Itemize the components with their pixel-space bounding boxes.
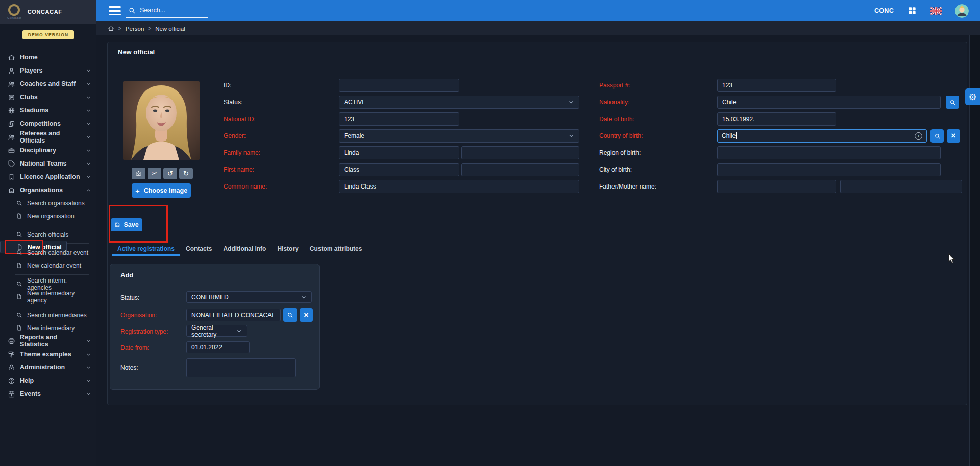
sidebar-item-help[interactable]: Help bbox=[0, 374, 96, 387]
first-name-input[interactable] bbox=[339, 163, 459, 176]
sidebar-item-disciplinary[interactable]: Disciplinary bbox=[0, 144, 96, 157]
camera-icon bbox=[135, 170, 142, 177]
nationality-label: Nationality: bbox=[599, 96, 629, 109]
home-icon[interactable] bbox=[108, 25, 114, 32]
sidebar-item-administration[interactable]: Administration bbox=[0, 361, 96, 374]
gender-label: Gender: bbox=[224, 129, 246, 143]
mother-name-input[interactable] bbox=[840, 180, 962, 193]
country-of-birth-label: Country of birth: bbox=[599, 129, 643, 143]
chevron-down-icon bbox=[86, 148, 91, 153]
choose-image-button[interactable]: + Choose image bbox=[132, 183, 191, 198]
passport-input[interactable] bbox=[717, 79, 836, 92]
sidebar-item-coaches-and-staff[interactable]: Coaches and Staff bbox=[0, 77, 96, 90]
language-flag-icon[interactable] bbox=[930, 7, 942, 15]
tab-active-registrations[interactable]: Active registrations bbox=[112, 245, 180, 256]
sidebar-item-clubs[interactable]: Clubs bbox=[0, 90, 96, 104]
chevron-down-icon bbox=[86, 108, 91, 113]
gender-select[interactable]: Female bbox=[339, 129, 579, 143]
user-avatar[interactable] bbox=[955, 4, 969, 18]
organisation-icon bbox=[8, 187, 15, 194]
country-of-birth-input[interactable]: Chile i bbox=[717, 129, 927, 143]
father-name-input[interactable] bbox=[717, 180, 836, 193]
common-name-label: Common name: bbox=[224, 180, 267, 193]
divider bbox=[15, 225, 89, 225]
sidebar-item-new-calendar-event[interactable]: New calendar event bbox=[0, 259, 96, 272]
sidebar-item-referees-and-officials[interactable]: Referees and Officials bbox=[0, 130, 96, 144]
sidebar-item-licence-application[interactable]: Licence Application bbox=[0, 170, 96, 183]
sidebar-item-new-intermediary[interactable]: New intermediary bbox=[0, 321, 96, 334]
sidebar-item-label: Coaches and Staff bbox=[20, 80, 76, 87]
registration-type-select[interactable]: General secretary bbox=[186, 325, 247, 337]
sidebar-item-new-intermediary-agency[interactable]: New intermediary agency bbox=[0, 290, 96, 303]
status-select[interactable]: ACTIVE bbox=[339, 96, 579, 109]
sidebar-item-label: Search officials bbox=[27, 231, 68, 238]
sidebar-item-new-organisation[interactable]: New organisation bbox=[0, 209, 96, 222]
topbar: CONC bbox=[96, 0, 980, 21]
save-button[interactable]: Save bbox=[111, 218, 142, 231]
country-of-birth-lookup-button[interactable] bbox=[930, 129, 944, 143]
sidebar-item-home[interactable]: Home bbox=[0, 51, 96, 64]
gender-value: Female bbox=[344, 132, 364, 139]
rotate-left-button[interactable]: ↺ bbox=[163, 168, 177, 179]
rotate-right-button[interactable]: ↻ bbox=[179, 168, 193, 179]
sidebar-item-label: Clubs bbox=[20, 94, 38, 101]
breadcrumb-person[interactable]: Person bbox=[126, 26, 144, 32]
date-of-birth-input[interactable] bbox=[717, 112, 836, 126]
family-name-secondary-input[interactable] bbox=[461, 146, 579, 159]
settings-button[interactable]: ⚙ bbox=[965, 88, 980, 105]
chevron-down-icon bbox=[86, 161, 91, 167]
sidebar-item-organisations[interactable]: Organisations bbox=[0, 183, 96, 197]
sidebar-item-search-intermediaries[interactable]: Search intermediaries bbox=[0, 309, 96, 321]
national-id-input[interactable] bbox=[339, 112, 459, 126]
father-mother-name-label: Father/Mother name: bbox=[599, 180, 656, 193]
sidebar-item-search-officials[interactable]: Search officials bbox=[0, 228, 96, 241]
organisation-input[interactable] bbox=[186, 309, 281, 321]
rotate-right-icon: ↻ bbox=[183, 170, 189, 177]
sidebar-item-players[interactable]: Players bbox=[0, 64, 96, 77]
sidebar-item-stadiums[interactable]: Stadiums bbox=[0, 104, 96, 117]
save-label: Save bbox=[124, 221, 138, 228]
sidebar-item-search-calendar-event[interactable]: Search calendar event bbox=[0, 246, 96, 259]
divider bbox=[5, 45, 92, 45]
breadcrumb-new-official[interactable]: New official bbox=[155, 26, 185, 32]
city-of-birth-input[interactable] bbox=[717, 163, 941, 176]
tab-additional-info[interactable]: Additional info bbox=[217, 245, 272, 255]
sidebar-item-label: Search organisations bbox=[27, 200, 85, 207]
region-of-birth-input[interactable] bbox=[717, 146, 941, 159]
tab-contacts[interactable]: Contacts bbox=[180, 245, 217, 255]
tab-custom-attributes[interactable]: Custom attributes bbox=[304, 245, 368, 255]
choose-image-label: Choose image bbox=[144, 187, 187, 194]
chevron-down-icon bbox=[86, 352, 91, 357]
crop-photo-button[interactable]: ✂ bbox=[148, 168, 161, 179]
sidebar-item-label: Referees and Officials bbox=[20, 130, 81, 144]
sidebar-item-theme-examples[interactable]: Theme examples bbox=[0, 347, 96, 361]
first-name-secondary-input[interactable] bbox=[461, 163, 579, 176]
take-photo-button[interactable] bbox=[132, 168, 145, 179]
tab-history[interactable]: History bbox=[272, 245, 304, 255]
sidebar-item-events[interactable]: Events bbox=[0, 387, 96, 401]
country-of-birth-clear-button[interactable]: × bbox=[947, 129, 960, 143]
clubs-icon bbox=[8, 94, 15, 101]
search-input[interactable] bbox=[140, 7, 196, 14]
organisation-lookup-button[interactable] bbox=[283, 308, 297, 322]
organisation-clear-button[interactable]: × bbox=[300, 308, 313, 322]
sidebar-item-reports-and-statistics[interactable]: Reports and Statistics bbox=[0, 334, 96, 347]
sidebar-item-competitions[interactable]: Competitions bbox=[0, 117, 96, 130]
sidebar-item-search-interm-agencies[interactable]: Search interm. agencies bbox=[0, 277, 96, 290]
hamburger-menu-button[interactable] bbox=[109, 6, 121, 15]
apps-grid-icon[interactable] bbox=[907, 6, 917, 16]
id-input[interactable] bbox=[339, 79, 459, 92]
sidebar-item-national-teams[interactable]: National Teams bbox=[0, 157, 96, 170]
first-name-label: First name: bbox=[224, 163, 254, 176]
printer-icon bbox=[8, 337, 15, 345]
nationality-lookup-button[interactable] bbox=[946, 96, 959, 109]
notes-textarea[interactable] bbox=[186, 358, 296, 377]
family-name-input[interactable] bbox=[339, 146, 459, 159]
org-short-label[interactable]: CONC bbox=[874, 7, 894, 14]
sidebar-item-search-organisations[interactable]: Search organisations bbox=[0, 197, 96, 209]
common-name-input[interactable] bbox=[339, 180, 579, 193]
nationality-input[interactable] bbox=[717, 96, 941, 109]
user-icon bbox=[8, 67, 15, 75]
date-from-input[interactable] bbox=[186, 341, 250, 353]
registration-status-select[interactable]: CONFIRMED bbox=[186, 291, 312, 303]
